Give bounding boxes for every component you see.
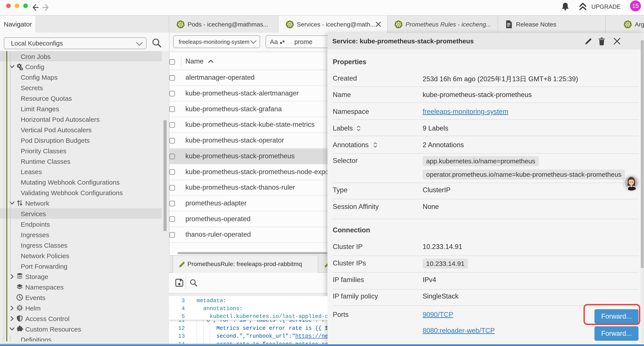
svg-text:HELM: HELM [17,307,22,309]
